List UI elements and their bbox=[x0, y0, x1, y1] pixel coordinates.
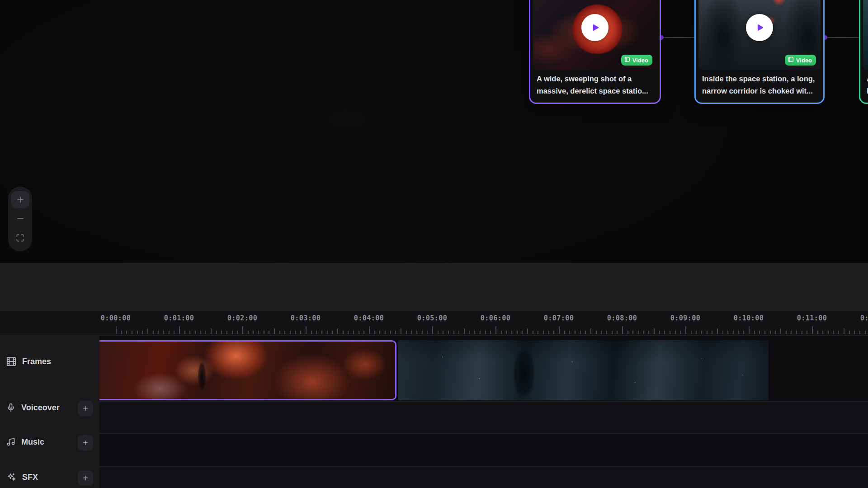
ruler-tick bbox=[775, 331, 776, 334]
ruler-tick bbox=[691, 331, 692, 334]
ruler-time-label: 0:10:00 bbox=[734, 314, 764, 322]
ruler-tick bbox=[796, 331, 797, 334]
ruler-tick bbox=[638, 331, 639, 334]
ruler-tick bbox=[569, 331, 570, 334]
ruler-time-label: 0:03:00 bbox=[291, 314, 321, 322]
badge-label: Video bbox=[796, 57, 812, 64]
track-name: Voiceover bbox=[21, 403, 60, 413]
ruler-tick bbox=[200, 331, 201, 334]
ruler-tick bbox=[359, 331, 359, 334]
ruler-tick bbox=[306, 326, 307, 334]
ruler-tick bbox=[617, 331, 618, 334]
ruler-tick bbox=[606, 331, 607, 334]
ruler-tick bbox=[184, 331, 185, 334]
ruler-time-label: 0:09:00 bbox=[670, 314, 701, 322]
ruler-tick bbox=[727, 331, 728, 334]
node-connector bbox=[661, 37, 695, 38]
ruler-tick bbox=[506, 331, 507, 334]
video-type-badge: Video bbox=[785, 55, 816, 66]
node-canvas[interactable]: Video A wide, sweeping shot of a massive… bbox=[0, 0, 868, 263]
card-play-button[interactable] bbox=[581, 14, 609, 41]
ruler-tick bbox=[422, 331, 423, 334]
plus-icon bbox=[16, 195, 25, 204]
video-thumbnail[interactable] bbox=[863, 0, 868, 70]
ruler-time-label: 0:07:00 bbox=[544, 314, 574, 322]
add-music-button[interactable]: + bbox=[78, 435, 93, 450]
ruler-tick bbox=[696, 331, 697, 334]
ruler-tick bbox=[675, 331, 676, 334]
ruler-tick bbox=[717, 328, 718, 334]
ruler-tick bbox=[712, 331, 712, 334]
ruler-tick bbox=[648, 331, 649, 334]
video-thumbnail[interactable]: Video bbox=[533, 0, 657, 70]
caption-line: narrow corridor is choked wit... bbox=[702, 85, 819, 97]
ruler-tick bbox=[332, 331, 333, 334]
ruler-tick bbox=[838, 331, 839, 334]
badge-label: Video bbox=[632, 57, 648, 64]
ruler-tick bbox=[749, 326, 750, 334]
ruler-tick bbox=[701, 331, 702, 334]
ruler-tick bbox=[264, 331, 264, 334]
canvas-fit-view-button[interactable] bbox=[11, 230, 29, 247]
ruler-tick bbox=[158, 331, 159, 334]
ruler-tick bbox=[189, 331, 190, 334]
track-name: Music bbox=[21, 437, 44, 447]
lane-divider bbox=[99, 466, 868, 467]
ruler-tick bbox=[316, 331, 317, 334]
sfx-track-lane[interactable] bbox=[99, 466, 868, 488]
film-icon bbox=[6, 357, 16, 366]
add-sfx-button[interactable]: + bbox=[78, 470, 93, 486]
ruler-tick bbox=[511, 331, 512, 334]
caption-line: Inside the space station, a long, bbox=[702, 73, 819, 85]
ruler-tick bbox=[553, 331, 554, 334]
video-clip[interactable] bbox=[398, 340, 769, 400]
timeline-ruler[interactable]: 0:00:000:01:000:02:000:03:000:04:000:05:… bbox=[0, 311, 868, 335]
ruler-tick bbox=[585, 331, 586, 334]
ruler-tick bbox=[722, 331, 723, 334]
ruler-tick bbox=[464, 328, 465, 334]
ruler-tick bbox=[844, 328, 844, 334]
add-voiceover-button[interactable]: + bbox=[78, 401, 93, 416]
ruler-time-label: 0:01:00 bbox=[164, 314, 194, 322]
ruler-tick bbox=[612, 331, 613, 334]
ruler-tick bbox=[849, 331, 850, 334]
lane-divider bbox=[99, 433, 868, 434]
video-card[interactable]: A D bbox=[859, 0, 868, 104]
ruler-tick bbox=[348, 331, 349, 334]
ruler-tick bbox=[474, 331, 475, 334]
ruler-tick bbox=[169, 331, 170, 334]
ruler-tick bbox=[353, 331, 354, 334]
ruler-tick bbox=[495, 326, 496, 334]
caption-line: A wide, sweeping shot of a bbox=[537, 73, 655, 85]
ruler-tick bbox=[258, 331, 259, 334]
ruler-tick bbox=[527, 328, 528, 334]
ruler-tick bbox=[664, 331, 665, 334]
ruler-tick bbox=[137, 331, 138, 334]
ruler-tick bbox=[480, 331, 481, 334]
ruler-tick bbox=[195, 331, 196, 334]
canvas-zoom-in-button[interactable] bbox=[11, 191, 29, 208]
ruler-time-label: 0:06:00 bbox=[481, 314, 511, 322]
video-thumbnail[interactable]: Video bbox=[698, 0, 821, 70]
ruler-tick bbox=[343, 331, 344, 334]
ruler-tick bbox=[458, 331, 459, 334]
video-card[interactable]: Video A wide, sweeping shot of a massive… bbox=[529, 0, 661, 104]
caption-line: massive, derelict space statio... bbox=[537, 85, 655, 97]
ruler-tick bbox=[248, 331, 249, 334]
card-caption: Inside the space station, a long, narrow… bbox=[702, 73, 819, 97]
ruler-tick bbox=[427, 331, 428, 334]
music-track-lane[interactable] bbox=[99, 433, 868, 466]
card-play-button[interactable] bbox=[746, 14, 773, 41]
ruler-tick bbox=[374, 331, 375, 334]
voiceover-track-lane[interactable] bbox=[99, 402, 868, 433]
canvas-zoom-out-button[interactable] bbox=[11, 210, 29, 227]
ruler-tick bbox=[290, 331, 291, 334]
ruler-tick bbox=[390, 331, 391, 334]
ruler-tick bbox=[707, 331, 708, 334]
ruler-tick bbox=[438, 331, 439, 334]
microphone-icon bbox=[6, 403, 15, 413]
ruler-tick bbox=[575, 331, 576, 334]
ruler-time-label: 0:05:00 bbox=[417, 314, 448, 322]
video-card[interactable]: Video Inside the space station, a long, … bbox=[694, 0, 825, 104]
ruler-tick bbox=[580, 331, 581, 334]
